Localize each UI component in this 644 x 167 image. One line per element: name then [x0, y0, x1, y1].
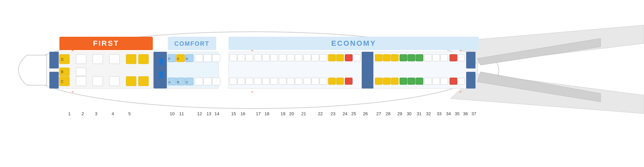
- svg-text:1: 1: [68, 111, 70, 116]
- svg-rect-105: [424, 78, 432, 85]
- svg-text:E: E: [177, 57, 179, 60]
- svg-text:2: 2: [81, 111, 84, 116]
- svg-rect-62: [238, 78, 245, 85]
- svg-text:5: 5: [128, 111, 130, 116]
- svg-text:15: 15: [231, 111, 236, 116]
- svg-text:33: 33: [437, 111, 441, 116]
- svg-rect-70: [279, 54, 286, 61]
- svg-rect-86: [345, 54, 352, 61]
- svg-rect-94: [383, 78, 390, 85]
- svg-text:ECONOMY: ECONOMY: [331, 39, 376, 47]
- svg-rect-34: [138, 54, 148, 64]
- svg-text:31: 31: [417, 111, 421, 116]
- svg-rect-109: [457, 54, 464, 61]
- svg-rect-33: [126, 54, 136, 64]
- svg-text:30: 30: [407, 111, 411, 116]
- svg-rect-73: [279, 78, 286, 85]
- svg-text:29: 29: [397, 111, 402, 116]
- svg-text:11: 11: [179, 111, 184, 116]
- svg-text:10: 10: [170, 111, 175, 116]
- svg-rect-28: [76, 68, 86, 76]
- svg-rect-59: [238, 54, 245, 61]
- svg-rect-69: [270, 78, 278, 85]
- svg-text:23: 23: [331, 111, 335, 116]
- svg-rect-88: [345, 78, 352, 85]
- svg-rect-64: [254, 54, 262, 61]
- svg-text:22: 22: [318, 111, 323, 116]
- svg-rect-29: [93, 54, 103, 64]
- svg-rect-95: [391, 78, 398, 85]
- svg-rect-55: [195, 78, 203, 85]
- svg-rect-104: [440, 54, 448, 61]
- svg-rect-83: [336, 54, 344, 61]
- svg-text:F: F: [169, 57, 171, 60]
- svg-text:B: B: [61, 70, 63, 74]
- svg-rect-85: [336, 78, 344, 85]
- svg-text:A: A: [169, 80, 171, 84]
- svg-rect-92: [391, 54, 398, 61]
- svg-rect-101: [416, 78, 423, 85]
- svg-rect-53: [204, 54, 212, 62]
- svg-rect-37: [153, 52, 167, 89]
- svg-rect-74: [287, 78, 294, 85]
- svg-rect-113: [450, 78, 457, 85]
- svg-text:21: 21: [301, 111, 306, 116]
- svg-text:B: B: [177, 80, 179, 84]
- svg-rect-66: [270, 54, 278, 61]
- svg-text:👤: 👤: [157, 58, 165, 65]
- svg-rect-89: [362, 52, 373, 89]
- svg-rect-81: [320, 78, 327, 85]
- svg-text:24: 24: [343, 111, 347, 116]
- svg-text:27: 27: [376, 111, 381, 116]
- svg-rect-99: [400, 78, 407, 85]
- svg-rect-93: [375, 78, 382, 85]
- svg-rect-87: [353, 54, 360, 61]
- svg-rect-61: [230, 78, 237, 85]
- svg-rect-106: [432, 78, 440, 85]
- svg-rect-111: [457, 78, 464, 85]
- svg-rect-72: [295, 54, 302, 61]
- svg-text:⌄: ⌄: [458, 88, 462, 94]
- svg-text:34: 34: [446, 111, 451, 116]
- svg-rect-56: [204, 78, 212, 85]
- svg-text:D: D: [186, 57, 188, 60]
- svg-text:FIRST: FIRST: [93, 39, 119, 47]
- svg-text:17: 17: [256, 111, 261, 116]
- svg-text:26: 26: [363, 111, 368, 116]
- svg-rect-80: [312, 78, 319, 85]
- svg-rect-27: [76, 76, 86, 86]
- svg-rect-98: [416, 54, 423, 61]
- svg-rect-78: [320, 54, 327, 61]
- svg-rect-6: [466, 52, 475, 68]
- svg-rect-35: [126, 76, 136, 86]
- svg-text:19: 19: [281, 111, 285, 116]
- svg-text:18: 18: [265, 111, 269, 116]
- svg-rect-58: [230, 54, 237, 61]
- svg-text:25: 25: [351, 111, 356, 116]
- svg-text:20: 20: [289, 111, 294, 116]
- svg-text:D: D: [61, 58, 63, 61]
- svg-rect-4: [49, 52, 59, 68]
- svg-rect-103: [432, 54, 440, 61]
- svg-text:3: 3: [95, 111, 97, 116]
- svg-rect-7: [466, 72, 475, 89]
- svg-rect-77: [312, 54, 319, 61]
- svg-rect-30: [93, 76, 103, 86]
- svg-rect-97: [408, 54, 415, 61]
- main-container: ⌃ ⌄ ⌃ ⌄ ⌃ ⌄ FIRST COMFORT ECONOMY D C B: [0, 0, 644, 167]
- svg-rect-112: [450, 54, 457, 61]
- svg-rect-76: [304, 54, 311, 61]
- svg-rect-63: [246, 78, 253, 85]
- svg-text:36: 36: [463, 111, 468, 116]
- svg-text:⌄: ⌄: [71, 88, 75, 94]
- svg-rect-90: [375, 54, 382, 61]
- svg-text:COMFORT: COMFORT: [175, 40, 210, 47]
- svg-text:12: 12: [197, 111, 202, 116]
- svg-text:👤: 👤: [157, 71, 165, 78]
- svg-rect-79: [304, 78, 311, 85]
- svg-text:35: 35: [455, 111, 459, 116]
- svg-rect-32: [109, 76, 119, 86]
- svg-rect-71: [287, 54, 294, 61]
- svg-rect-68: [262, 78, 270, 85]
- svg-rect-107: [440, 78, 448, 85]
